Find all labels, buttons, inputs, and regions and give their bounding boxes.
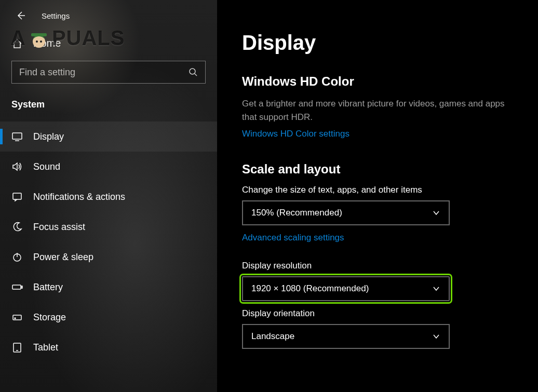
- home-button[interactable]: Home: [0, 31, 217, 61]
- sidebar-item-display[interactable]: Display: [0, 121, 217, 152]
- settings-app: A PUALS Settings: [0, 0, 538, 392]
- resolution-label: Display resolution: [242, 261, 517, 271]
- page-title: Display: [242, 31, 517, 55]
- sidebar-item-label: Sound: [33, 161, 60, 172]
- section-hd-color-title: Windows HD Color: [242, 74, 517, 89]
- sidebar-item-sound[interactable]: Sound: [0, 152, 217, 182]
- text-size-value: 150% (Recommended): [251, 208, 342, 218]
- sidebar-nav: Display Sound Notifications & actions Fo…: [0, 121, 217, 362]
- svg-rect-13: [13, 315, 21, 320]
- arrow-left-icon: [16, 10, 26, 21]
- notification-icon: [11, 191, 23, 202]
- svg-rect-11: [12, 285, 21, 289]
- orientation-value: Landscape: [251, 331, 294, 342]
- titlebar: Settings: [0, 5, 217, 31]
- sidebar-item-power-sleep[interactable]: Power & sleep: [0, 242, 217, 272]
- speaker-icon: [11, 161, 23, 172]
- window-title: Settings: [42, 11, 70, 20]
- power-icon: [11, 251, 23, 263]
- home-label: Home: [33, 37, 61, 49]
- text-size-label: Change the size of text, apps, and other…: [242, 185, 517, 195]
- sidebar: A PUALS Settings: [0, 0, 217, 392]
- resolution-dropdown[interactable]: 1920 × 1080 (Recommended): [242, 276, 450, 301]
- storage-icon: [11, 312, 23, 323]
- category-label: System: [0, 96, 217, 121]
- main-content: Display Windows HD Color Get a brighter …: [217, 0, 538, 392]
- chevron-down-icon: [432, 209, 440, 217]
- text-size-dropdown[interactable]: 150% (Recommended): [242, 200, 450, 225]
- svg-rect-8: [13, 193, 21, 199]
- orientation-label: Display orientation: [242, 308, 517, 319]
- search-box[interactable]: [11, 61, 206, 84]
- sidebar-item-label: Notifications & actions: [33, 192, 125, 202]
- svg-point-14: [15, 318, 16, 319]
- monitor-icon: [11, 131, 23, 142]
- sidebar-item-label: Focus assist: [33, 222, 85, 233]
- chevron-down-icon: [432, 332, 440, 341]
- svg-line-5: [195, 74, 197, 76]
- search-input[interactable]: [19, 67, 189, 78]
- home-icon: [11, 38, 23, 49]
- advanced-scaling-link[interactable]: Advanced scaling settings: [242, 233, 344, 243]
- sidebar-item-label: Display: [33, 131, 64, 142]
- tablet-icon: [11, 342, 23, 353]
- back-button[interactable]: [16, 10, 26, 21]
- orientation-dropdown[interactable]: Landscape: [242, 324, 450, 349]
- sidebar-item-label: Battery: [33, 282, 63, 293]
- chevron-down-icon: [432, 285, 440, 293]
- sidebar-item-storage[interactable]: Storage: [0, 302, 217, 332]
- sidebar-item-label: Storage: [33, 312, 66, 323]
- sidebar-item-battery[interactable]: Battery: [0, 272, 217, 302]
- hd-color-settings-link[interactable]: Windows HD Color settings: [242, 129, 349, 139]
- battery-icon: [11, 281, 23, 293]
- sidebar-item-label: Power & sleep: [33, 252, 93, 263]
- sidebar-item-tablet[interactable]: Tablet: [0, 332, 217, 362]
- search-icon: [189, 67, 198, 77]
- svg-rect-12: [21, 286, 22, 288]
- sidebar-item-notifications[interactable]: Notifications & actions: [0, 182, 217, 212]
- moon-icon: [11, 221, 23, 233]
- sidebar-item-focus-assist[interactable]: Focus assist: [0, 212, 217, 242]
- svg-rect-6: [12, 133, 22, 139]
- section-scale-layout-title: Scale and layout: [242, 162, 517, 177]
- hd-color-description: Get a brighter and more vibrant picture …: [242, 97, 517, 124]
- svg-point-4: [190, 69, 195, 74]
- resolution-value: 1920 × 1080 (Recommended): [251, 283, 369, 294]
- sidebar-item-label: Tablet: [33, 342, 58, 353]
